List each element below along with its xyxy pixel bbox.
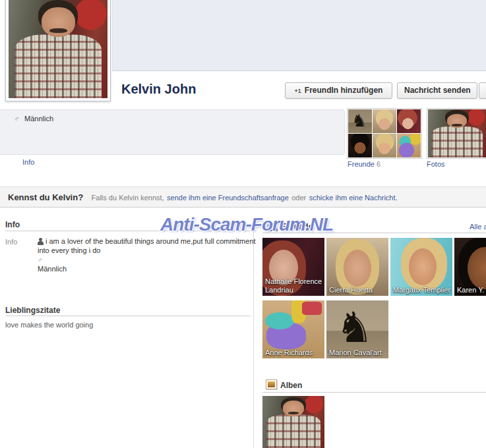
albums-section-heading: Alben [280, 381, 302, 390]
add-friend-button[interactable]: +1FreundIn hinzufügen [285, 82, 392, 99]
friends-count: 6 [377, 160, 380, 168]
mustache [288, 412, 299, 414]
friends-icon [266, 222, 279, 231]
info-row-label: Info [5, 238, 17, 246]
friend-tile[interactable]: Margaux Templier [390, 238, 452, 296]
person-icon [38, 238, 44, 245]
mustache [49, 28, 67, 34]
albums-icon [266, 379, 277, 389]
gender-label: Männlich [24, 115, 53, 123]
see-all-friends-link[interactable]: Alle a [470, 223, 486, 231]
banner-question: Kennst du Kelvin? [8, 192, 83, 202]
friends-thumbnails-box[interactable]: ♞ [347, 108, 422, 159]
bio-gender-text: Männlich [38, 265, 67, 273]
add-friend-label: FreundIn hinzufügen [305, 86, 383, 95]
mustache [452, 124, 462, 126]
cover-area [112, 0, 486, 71]
friend-name: Anne Richards [265, 349, 323, 357]
quotes-heading-rule [5, 316, 251, 316]
horse-icon: ♞ [336, 302, 373, 353]
banner-or: oder [291, 194, 306, 202]
friend-thumb-toy[interactable] [397, 134, 421, 157]
profile-photo-image [9, 0, 107, 98]
info-section-heading: Info [5, 220, 20, 229]
friend-tile[interactable]: Nathalie Florence Landriau [262, 238, 324, 296]
friend-name: Margaux Templier [393, 286, 451, 294]
plaid-shirt [15, 34, 102, 98]
friend-name: Cierra Huerta [329, 286, 387, 294]
friend-tile[interactable]: Karen Y. J [454, 238, 486, 296]
bio-text: i am a lover of the beautiful things aro… [38, 237, 256, 254]
friend-tile[interactable]: Anne Richards [262, 300, 324, 358]
bio-text-block: i am a lover of the beautiful things aro… [38, 237, 265, 255]
friends-heading-rule [262, 233, 486, 233]
friend-thumb-blonde2[interactable] [373, 134, 396, 157]
nav-info-link[interactable]: Info [22, 158, 34, 166]
friend-thumb-redhead[interactable] [397, 109, 421, 133]
male-icon: ♂ [14, 115, 19, 123]
profile-picture[interactable] [5, 0, 111, 101]
photos-thumbnail-box[interactable] [427, 108, 486, 159]
profile-page: Kelvin John +1FreundIn hinzufügen Nachri… [0, 0, 486, 448]
quote-text: love makes the world going [5, 321, 93, 329]
more-options-button[interactable]: ✱ [479, 82, 486, 99]
info-heading-rule [5, 231, 251, 231]
photos-label-text: Fotos [427, 160, 445, 168]
friend-thumb-horse[interactable]: ♞ [348, 109, 372, 133]
page-title: Kelvin John [121, 82, 196, 97]
friend-name: Karen Y. J [457, 286, 486, 294]
send-message-button[interactable]: Nachricht senden [397, 82, 477, 99]
photos-thumb-image [428, 109, 486, 157]
friend-thumb-woman[interactable] [348, 134, 372, 157]
friends-section-heading: Freunde [282, 222, 313, 231]
quotes-section-heading: Lieblingszitate [5, 306, 60, 315]
bio-male-icon: ♂ [38, 256, 43, 264]
banner-prefix: Falls du Kelvin kennst, [92, 194, 164, 202]
photos-mini-label[interactable]: Fotos [427, 160, 445, 168]
send-message-link[interactable]: schicke ihm eine Nachricht. [309, 194, 398, 202]
friend-name: Nathalie Florence Landriau [265, 277, 323, 294]
send-friend-request-link[interactable]: sende ihm eine Freundschaftsanfrage [167, 194, 289, 202]
friend-thumb-blonde[interactable] [373, 109, 396, 133]
know-kelvin-banner: Kennst du Kelvin? Falls du Kelvin kennst… [0, 186, 486, 208]
friend-tile[interactable]: Cierra Huerta [326, 238, 388, 296]
horse-icon: ♞ [351, 110, 367, 131]
album-thumbnail[interactable] [262, 396, 324, 448]
send-message-label: Nachricht senden [404, 86, 471, 95]
add-friend-icon: +1 [295, 88, 301, 94]
friends-thumbnail-grid: ♞ [348, 109, 421, 157]
plaid-shirt [266, 414, 321, 448]
friends-label-text: Freunde [348, 160, 375, 168]
basic-info-strip: ♂ Männlich [0, 109, 345, 155]
album-thumb-image [262, 396, 324, 448]
friends-mini-label[interactable]: Freunde 6 [348, 160, 380, 168]
friend-tile[interactable]: ♞ Marion Caval'art [326, 300, 388, 358]
albums-heading-rule [262, 392, 486, 393]
friend-name: Marion Caval'art [329, 349, 387, 357]
plaid-shirt [431, 126, 482, 157]
